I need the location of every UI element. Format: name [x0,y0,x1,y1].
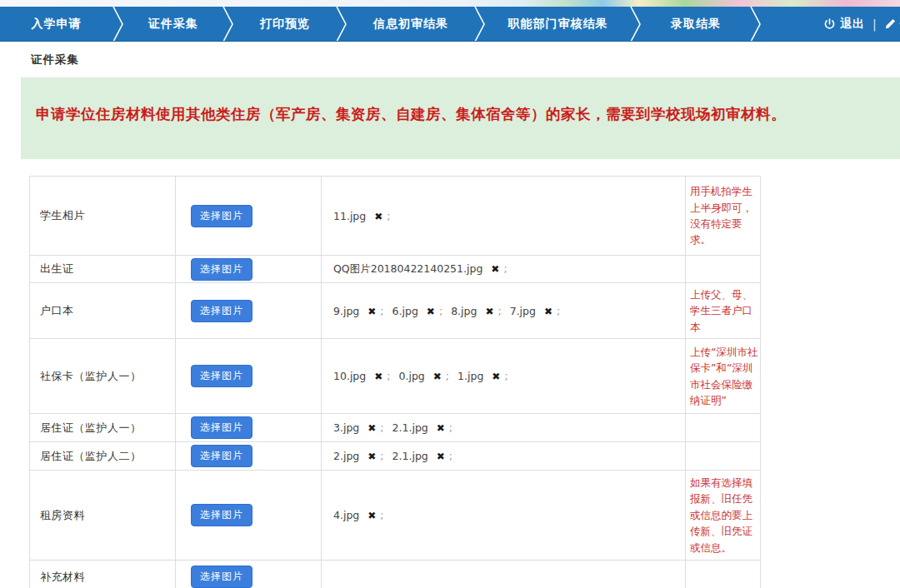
table-row: 居住证（监护人二）选择图片2.jpg✖;2.1.jpg✖; [30,442,761,471]
nav-step-4[interactable]: 信息初审结果 [348,7,474,41]
file-name: 2.jpg [333,450,359,462]
choose-image-button[interactable]: 选择图片 [191,566,252,588]
row-note: 如果有选择填报新、旧任凭或信息的要上传新、旧凭证或信息。 [686,471,761,561]
file-name: 2.1.jpg [392,421,428,434]
choose-image-button[interactable]: 选择图片 [191,445,252,467]
table-row: 学生相片选择图片11.jpg✖;用手机拍学生上半身即可，没有特定要求。 [30,177,761,256]
file-separator: ; [387,210,390,222]
remove-file-icon[interactable]: ✖ [485,306,493,317]
file-name: 1.jpg [458,370,483,382]
file-name: 11.jpg [333,210,366,222]
button-cell: 选择图片 [176,561,322,588]
uploaded-file: 3.jpg✖; [333,421,389,434]
nav-right-actions: 退出 | 修 [823,7,900,42]
file-separator: ; [449,421,452,434]
uploaded-file: 9.jpg✖; [333,305,389,317]
file-separator: ; [504,370,508,382]
uploaded-files-cell: 9.jpg✖;6.jpg✖;8.jpg✖;7.jpg✖; [322,283,686,339]
row-label: 租房资料 [30,471,176,561]
row-label: 出生证 [30,256,176,283]
nav-step-6[interactable]: 录取结果 [642,7,750,41]
chevron-separator-icon [112,7,124,42]
uploaded-files-cell: 4.jpg✖; [322,471,686,561]
remove-file-icon[interactable]: ✖ [437,451,445,462]
choose-image-button[interactable]: 选择图片 [191,365,252,387]
button-cell: 选择图片 [176,283,322,339]
choose-image-button[interactable]: 选择图片 [191,258,252,281]
button-cell: 选择图片 [176,339,322,414]
decorative-banner [0,0,900,7]
file-separator: ; [387,370,390,382]
logout-label: 退出 [840,17,865,32]
chevron-separator-icon [630,7,642,42]
remove-file-icon[interactable]: ✖ [368,451,376,462]
edit-info-button[interactable]: 修 [884,17,900,32]
file-separator: ; [380,421,383,434]
uploaded-files-cell: 10.jpg✖;0.jpg✖;1.jpg✖; [322,339,686,414]
remove-file-icon[interactable]: ✖ [544,306,552,317]
remove-file-icon[interactable]: ✖ [368,306,376,317]
row-label: 户口本 [30,283,176,339]
choose-image-button[interactable]: 选择图片 [191,205,252,227]
file-separator: ; [380,305,383,317]
uploaded-files-cell: 2.jpg✖;2.1.jpg✖; [322,442,686,471]
top-navbar: 入学申请证件采集打印预览信息初审结果职能部门审核结果录取结果 退出 | 修 [0,7,900,42]
remove-file-icon[interactable]: ✖ [374,371,382,382]
uploaded-file: 8.jpg✖; [451,305,507,317]
row-note [686,561,761,588]
uploaded-file: 10.jpg✖; [333,370,396,382]
uploaded-file: 1.jpg✖; [458,370,513,382]
table-row: 户口本选择图片9.jpg✖;6.jpg✖;8.jpg✖;7.jpg✖;上传父、母… [30,283,761,339]
nav-step-2[interactable]: 证件采集 [124,7,222,41]
pencil-icon [884,18,896,30]
uploaded-file: 11.jpg✖; [333,210,396,222]
uploaded-files-cell: 11.jpg✖; [322,177,686,256]
button-cell: 选择图片 [176,471,322,561]
button-cell: 选择图片 [176,414,322,442]
remove-file-icon[interactable]: ✖ [433,371,442,382]
file-name: 4.jpg [333,509,359,521]
remove-file-icon[interactable]: ✖ [368,510,376,521]
documents-table: 学生相片选择图片11.jpg✖;用手机拍学生上半身即可，没有特定要求。出生证选择… [29,176,761,588]
remove-file-icon[interactable]: ✖ [374,211,382,222]
remove-file-icon[interactable]: ✖ [437,422,445,434]
remove-file-icon[interactable]: ✖ [492,371,500,382]
nav-step-5[interactable]: 职能部门审核结果 [486,7,630,41]
uploaded-file: 7.jpg✖; [510,305,566,317]
choose-image-button[interactable]: 选择图片 [191,504,252,526]
choose-image-button[interactable]: 选择图片 [191,300,252,322]
uploaded-file: 2.jpg✖; [333,450,389,462]
row-label: 社保卡（监护人一） [30,339,176,414]
file-separator: ; [446,370,449,382]
uploaded-files-cell: QQ图片20180422140251.jpg✖; [322,256,686,283]
remove-file-icon[interactable]: ✖ [491,263,499,275]
file-name: 8.jpg [451,305,477,317]
nav-step-1[interactable]: 入学申请 [0,7,112,41]
logout-button[interactable]: 退出 [823,17,865,32]
uploaded-files-cell: 3.jpg✖;2.1.jpg✖; [322,414,686,442]
row-note [686,442,761,471]
row-note: 上传“深圳市社保卡”和“深圳市社会保险缴纳证明” [686,339,761,414]
file-separator: ; [557,305,560,317]
nav-step-3[interactable]: 打印预览 [234,7,336,41]
file-name: 7.jpg [510,305,536,317]
choose-image-button[interactable]: 选择图片 [191,416,252,439]
row-label: 学生相片 [30,177,176,256]
table-row: 居住证（监护人一）选择图片3.jpg✖;2.1.jpg✖; [30,414,761,442]
file-separator: ; [498,305,501,317]
uploaded-file: 2.1.jpg✖; [392,450,458,462]
page-title: 证件采集 [31,52,900,67]
file-name: 2.1.jpg [392,450,428,462]
row-label: 补充材料 [30,561,176,588]
main-content: 证件采集 申请学位住房材料使用其他类住房（军产房、集资房、自建房、集体宿舍等）的… [0,42,900,588]
remove-file-icon[interactable]: ✖ [368,422,376,434]
notice-banner: 申请学位住房材料使用其他类住房（军产房、集资房、自建房、集体宿舍等）的家长，需要… [21,78,900,159]
file-separator: ; [380,509,383,521]
table-row: 出生证选择图片QQ图片20180422140251.jpg✖; [30,256,761,283]
button-cell: 选择图片 [176,442,322,471]
table-row: 社保卡（监护人一）选择图片10.jpg✖;0.jpg✖;1.jpg✖;上传“深圳… [30,339,761,414]
chevron-separator-icon [750,7,762,42]
chevron-separator-icon [222,7,234,42]
table-row: 补充材料选择图片 [30,561,761,588]
remove-file-icon[interactable]: ✖ [427,306,435,317]
